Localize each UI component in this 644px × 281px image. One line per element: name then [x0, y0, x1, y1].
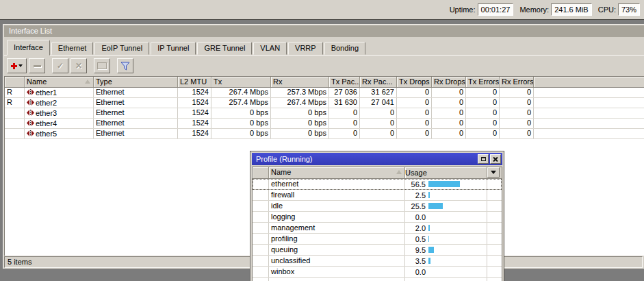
column-options-dropdown-button[interactable]	[487, 167, 500, 178]
interface-row-ether1[interactable]: Rether1Ethernet1524267.4 Mbps257.3 Mbps2…	[5, 88, 644, 98]
tab-ip-tunnel[interactable]: IP Tunnel	[151, 42, 196, 55]
interface-name: ether2	[36, 99, 57, 108]
usage-value: 2.5	[405, 191, 426, 200]
column-label: Type	[96, 77, 112, 86]
interface-row-ether4[interactable]: ether4Ethernet15240 bps0 bps000000	[5, 119, 644, 129]
ethernet-interface-icon	[27, 130, 36, 138]
cell-flags	[253, 212, 269, 222]
cell-usage: 2.5	[405, 190, 487, 200]
column-header-tx-errors[interactable]: Tx Errors	[466, 77, 500, 87]
profile-titlebar[interactable]: Profile (Running)	[252, 153, 502, 165]
column-header-type[interactable]: Type	[94, 77, 178, 87]
column-label: Name	[27, 77, 47, 86]
tab-vrrp[interactable]: VRRP	[288, 42, 323, 55]
cell-rx_drops: 0	[432, 119, 466, 128]
profile-row-management[interactable]: management2.0	[253, 223, 502, 234]
empty-cell	[487, 278, 502, 281]
uptime-stat: Uptime: 00:01:27	[450, 3, 514, 16]
empty-cell	[405, 278, 487, 281]
column-label: Tx Drops	[399, 77, 430, 86]
profile-column-header-name[interactable]: Name	[269, 167, 405, 178]
memory-value: 241.6 MiB	[551, 3, 592, 16]
tab-vlan[interactable]: VLAN	[253, 42, 287, 55]
interface-row-ether3[interactable]: ether3Ethernet15240 bps0 bps000000	[5, 108, 644, 119]
chevron-down-icon	[491, 171, 496, 174]
cell-filler	[487, 223, 502, 233]
column-header-tx-pac[interactable]: Tx Pac...	[329, 77, 360, 87]
tab-gre-tunnel[interactable]: GRE Tunnel	[197, 42, 252, 55]
profile-row-unclassified[interactable]: unclassified3.5	[253, 256, 502, 267]
tab-ethernet[interactable]: Ethernet	[51, 42, 94, 55]
cell-rx: 0 bps	[271, 129, 329, 138]
cell-filler	[487, 245, 502, 255]
cell-filler	[487, 201, 502, 211]
usage-bar	[428, 247, 434, 253]
close-button[interactable]	[490, 154, 501, 164]
column-header-rx-pac[interactable]: Rx Pac...	[360, 77, 397, 87]
column-header-l2-mtu[interactable]: L2 MTU	[178, 77, 211, 87]
ethernet-interface-icon	[27, 119, 36, 128]
comment-button[interactable]	[94, 58, 110, 73]
cell-filler	[534, 119, 644, 128]
interface-list-title: Interface List	[9, 27, 52, 35]
tab-eoip-tunnel[interactable]: EoIP Tunnel	[94, 42, 149, 55]
profile-row-queuing[interactable]: queuing9.5	[253, 245, 502, 256]
column-label: Rx Errors	[502, 77, 533, 86]
column-header-rx[interactable]: Rx	[271, 77, 329, 87]
profile-row-logging[interactable]: logging0.0	[253, 212, 502, 223]
profile-row-profiling[interactable]: profiling0.5	[253, 234, 502, 245]
profile-row-ethernet[interactable]: ethernet56.5	[253, 179, 502, 190]
cell-filler	[487, 190, 502, 200]
remove-button[interactable]	[29, 58, 45, 73]
cell-filler	[534, 108, 644, 118]
cell-flags	[5, 129, 25, 138]
interface-name: ether3	[36, 109, 57, 118]
tab-interface[interactable]: Interface	[7, 40, 50, 56]
disable-button[interactable]: ✕	[70, 58, 87, 73]
ethernet-interface-icon	[27, 109, 36, 118]
interface-row-ether2[interactable]: Rether2Ethernet1524257.4 Mbps267.4 Mbps3…	[5, 98, 644, 108]
uptime-label: Uptime:	[450, 5, 476, 14]
profile-row-firewall[interactable]: firewall2.5	[253, 190, 502, 201]
profile-column-header-flags[interactable]	[253, 167, 269, 178]
column-header-flags[interactable]	[5, 77, 25, 87]
column-header-tx-drops[interactable]: Tx Drops	[397, 77, 432, 87]
cell-tx: 267.4 Mbps	[211, 88, 271, 97]
cell-name: ether3	[25, 108, 94, 118]
add-button[interactable]	[7, 58, 27, 73]
cell-name: idle	[269, 201, 405, 211]
column-header-rx-drops[interactable]: Rx Drops	[432, 77, 466, 87]
interface-list-titlebar[interactable]: Interface List	[4, 25, 644, 37]
profile-column-header-usage[interactable]: Usage	[405, 167, 487, 178]
cell-flags	[253, 256, 269, 266]
interface-table-header: NameTypeL2 MTUTxRxTx Pac...Rx Pac...Tx D…	[5, 77, 644, 88]
maximize-button[interactable]	[478, 154, 489, 164]
cell-tx: 0 bps	[211, 119, 271, 128]
cell-filler	[487, 267, 502, 277]
cell-flags: R	[5, 88, 25, 97]
cell-tx_drops: 0	[397, 129, 432, 138]
cell-tx_errors: 0	[466, 88, 500, 97]
column-header-name[interactable]: Name	[25, 77, 94, 87]
usage-bar	[428, 236, 429, 242]
cell-tx_errors: 0	[466, 119, 500, 128]
column-header-rx-errors[interactable]: Rx Errors	[500, 77, 534, 87]
cell-l2_mtu: 1524	[178, 98, 211, 108]
cell-usage: 25.5	[405, 201, 487, 211]
usage-value: 0.0	[405, 212, 426, 222]
usage-bar	[428, 192, 430, 198]
enable-button[interactable]: ✓	[52, 58, 68, 73]
cell-l2_mtu: 1524	[178, 88, 211, 97]
column-label: Tx	[214, 77, 222, 86]
filter-button[interactable]	[117, 58, 133, 73]
tab-bonding[interactable]: Bonding	[324, 42, 365, 55]
cell-filler	[534, 129, 644, 138]
column-header-tx[interactable]: Tx	[211, 77, 271, 87]
interface-row-ether5[interactable]: ether5Ethernet15240 bps0 bps000000	[5, 129, 644, 139]
profile-row-winbox[interactable]: winbox0.0	[253, 267, 502, 278]
cell-tx_drops: 0	[397, 108, 432, 118]
cell-rx_errors: 0	[500, 98, 534, 108]
cell-rx_errors: 0	[500, 108, 534, 118]
profile-row-idle[interactable]: idle25.5	[253, 201, 502, 212]
comment-icon	[97, 62, 107, 69]
